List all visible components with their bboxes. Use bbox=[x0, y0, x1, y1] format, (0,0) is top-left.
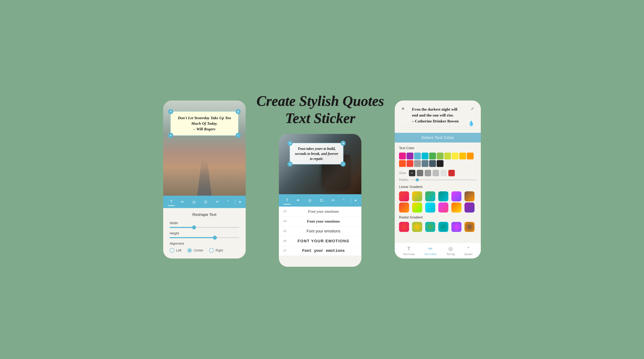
font-preview-43: Font your emotions bbox=[290, 209, 357, 214]
swatch-black[interactable] bbox=[437, 160, 444, 167]
tab-text-fonts[interactable]: T Text Fonts bbox=[403, 246, 415, 256]
swatch-red[interactable] bbox=[406, 160, 413, 167]
font-preview-46: FONT YOUR EMOTIONS bbox=[290, 239, 357, 243]
linear-grad-2[interactable] bbox=[412, 191, 422, 201]
center-section: Create Stylish Quotes Text Sticker ✕ ⊞ ✏… bbox=[256, 92, 384, 267]
p2-toolbar-text-icon[interactable]: T bbox=[284, 196, 290, 204]
swatch-dark-gray[interactable] bbox=[429, 160, 436, 167]
p2-toolbar-brush-icon[interactable]: ✒ bbox=[294, 197, 302, 204]
check-icon-p3[interactable]: ✓ bbox=[471, 106, 474, 111]
radial-grad-5[interactable] bbox=[452, 222, 462, 232]
height-slider-track[interactable] bbox=[170, 237, 239, 238]
font-number-45: 45 bbox=[283, 230, 290, 233]
handle-resize-br[interactable]: ↙ bbox=[236, 133, 241, 138]
font-row-43[interactable]: 43 Font your emotions bbox=[279, 207, 361, 216]
hero-title-line1: Create Stylish Quotes bbox=[256, 93, 384, 109]
toolbar-text-icon[interactable]: T bbox=[168, 198, 175, 206]
glow-swatch-gray1[interactable] bbox=[417, 170, 423, 176]
swatch-yellow-green[interactable] bbox=[444, 153, 451, 159]
font-number-46: 46 bbox=[283, 239, 290, 243]
glow-swatch-black[interactable]: ✓ bbox=[409, 170, 415, 176]
handle-edit[interactable]: ✏ bbox=[168, 133, 173, 138]
radial-grad-4[interactable] bbox=[438, 222, 448, 232]
radial-grad-1[interactable] bbox=[399, 222, 409, 232]
trust-sticker[interactable]: ✕ ⊞ ✏ ↙ Trust takes years to build, seco… bbox=[290, 143, 344, 164]
linear-gradient-label: Linear Gradient bbox=[399, 185, 476, 189]
water-drop-icon[interactable]: 💧 bbox=[468, 120, 474, 126]
text-sticker-panel1[interactable]: ✕ ⊞ ✏ ↙ Don't Let Yesterday Take Up Too … bbox=[170, 111, 238, 136]
font-row-46[interactable]: 46 FONT YOUR EMOTIONS bbox=[279, 236, 361, 246]
glow-swatch-gray2[interactable] bbox=[425, 170, 431, 176]
radial-grad-6[interactable] bbox=[464, 222, 474, 232]
width-slider-fill bbox=[170, 227, 194, 228]
height-slider-thumb[interactable] bbox=[213, 236, 217, 240]
font-row-45[interactable]: 45 Font your emotions bbox=[279, 226, 361, 236]
toolbar-edit-icon[interactable]: ✏ bbox=[214, 198, 221, 206]
close-icon-p3[interactable]: ✕ bbox=[401, 106, 405, 111]
linear-grad-3[interactable] bbox=[425, 191, 435, 201]
swatch-blue[interactable] bbox=[414, 153, 421, 159]
p2-toolbar-edit-icon[interactable]: ✏ bbox=[330, 197, 337, 204]
handle-close[interactable]: ✕ bbox=[168, 109, 173, 114]
font-number-43: 43 bbox=[283, 210, 290, 213]
swatch-deep-orange[interactable] bbox=[399, 160, 406, 167]
linear-grad-11[interactable] bbox=[452, 202, 462, 213]
panel1-bottom: Reshape Text Width Height Alignment bbox=[163, 208, 246, 258]
swatch-lime[interactable] bbox=[437, 153, 444, 159]
panel-font-list: ✕ ⊞ ✏ ↙ Trust takes years to build, seco… bbox=[279, 134, 361, 267]
toolbar-more-icon[interactable]: ▾ bbox=[239, 200, 241, 204]
swatch-gray[interactable] bbox=[414, 160, 421, 167]
p2-toolbar-palette-icon[interactable]: ◎ bbox=[306, 197, 314, 204]
radio-right[interactable]: Right bbox=[209, 248, 223, 253]
tab-text-bg[interactable]: ◎ Text Bg bbox=[446, 246, 455, 256]
swatch-cyan[interactable] bbox=[422, 153, 428, 159]
glow-row: Glow ✓ bbox=[399, 170, 476, 176]
toolbar-brush-icon[interactable]: ✒ bbox=[178, 198, 186, 206]
radius-slider[interactable] bbox=[411, 179, 476, 180]
width-slider-track[interactable] bbox=[170, 227, 239, 228]
radio-left-outer bbox=[170, 248, 174, 253]
tab-text-colors[interactable]: ✏ Text Colors bbox=[424, 246, 437, 256]
swatch-yellow[interactable] bbox=[452, 153, 458, 159]
width-slider-thumb[interactable] bbox=[192, 225, 196, 229]
font-row-47[interactable]: 47 Font your emotions bbox=[279, 246, 361, 256]
linear-grad-8[interactable] bbox=[412, 202, 422, 213]
swatch-orange[interactable] bbox=[467, 153, 474, 159]
handle-resize-tr[interactable]: ⊞ bbox=[236, 109, 241, 114]
linear-grad-5[interactable] bbox=[452, 191, 462, 201]
linear-grad-12[interactable] bbox=[464, 202, 474, 213]
p2-toolbar-divider bbox=[350, 198, 351, 203]
radio-center[interactable]: Center bbox=[187, 248, 203, 253]
color-panel-body: Text Color Glow bbox=[395, 143, 481, 243]
swatch-green[interactable] bbox=[429, 153, 436, 159]
p2-toolbar-balance-icon[interactable]: ⚖ bbox=[318, 197, 326, 204]
alignment-label: Alignment bbox=[170, 242, 239, 246]
linear-grad-10[interactable] bbox=[438, 202, 448, 213]
radio-group: Left Center Right bbox=[170, 248, 239, 253]
linear-grad-4[interactable] bbox=[438, 191, 448, 201]
radio-left[interactable]: Left bbox=[170, 248, 182, 253]
glow-swatch-gray4[interactable] bbox=[440, 170, 447, 176]
linear-grad-1[interactable] bbox=[399, 191, 409, 201]
swatch-amber[interactable] bbox=[459, 153, 466, 159]
linear-grad-9[interactable] bbox=[425, 202, 435, 213]
toolbar-quote-icon[interactable]: " bbox=[225, 198, 231, 206]
linear-grad-7[interactable] bbox=[399, 202, 409, 213]
toolbar-palette-icon[interactable]: ◎ bbox=[190, 198, 198, 206]
trust-handle-close[interactable]: ✕ bbox=[288, 141, 292, 146]
panel-text-color: ✕ Even the darkest night will end and th… bbox=[395, 101, 481, 258]
p2-toolbar-more-icon[interactable]: ▾ bbox=[355, 198, 356, 202]
radial-grad-2[interactable] bbox=[412, 222, 422, 232]
toolbar-balance-icon[interactable]: ⚖ bbox=[202, 198, 210, 206]
radial-grad-3[interactable] bbox=[425, 222, 435, 232]
radius-thumb[interactable] bbox=[416, 178, 419, 181]
font-row-44[interactable]: 44 Font your emotions bbox=[279, 216, 361, 226]
tab-quotes[interactable]: " Quotes bbox=[464, 246, 472, 256]
glow-swatch-red[interactable] bbox=[448, 170, 455, 176]
swatch-blue-gray[interactable] bbox=[422, 160, 428, 167]
p2-toolbar-quote-icon[interactable]: " bbox=[341, 197, 347, 204]
swatch-pink[interactable] bbox=[399, 153, 406, 159]
linear-grad-6[interactable] bbox=[464, 191, 474, 201]
swatch-purple[interactable] bbox=[406, 153, 413, 159]
glow-swatch-gray3[interactable] bbox=[432, 170, 439, 176]
